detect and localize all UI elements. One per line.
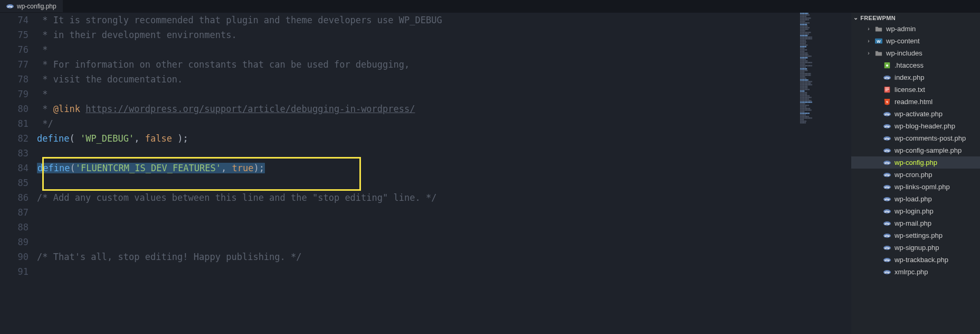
code-line[interactable]: 91 bbox=[0, 264, 798, 279]
code-content[interactable]: define( 'WP_DEBUG', false ); bbox=[37, 131, 798, 146]
code-content[interactable] bbox=[37, 175, 798, 190]
chevron-down-icon: ⌄ bbox=[853, 14, 858, 21]
file-explorer: ⌄ FREEWPMN ›wp-admin›wp-content›wp-inclu… bbox=[851, 13, 980, 334]
code-line[interactable]: 77 * For information on other constants … bbox=[0, 57, 798, 72]
file--htaccess[interactable]: .htaccess bbox=[851, 59, 980, 71]
code-content[interactable]: * It is strongly recommended that plugin… bbox=[37, 13, 798, 27]
code-content[interactable]: * For information on other constants tha… bbox=[37, 57, 798, 72]
code-content[interactable]: /* Add any custom values between this li… bbox=[37, 190, 798, 205]
php-icon bbox=[883, 74, 891, 81]
file-wp-settings-php[interactable]: wp-settings.php bbox=[851, 229, 980, 242]
php-icon bbox=[883, 244, 891, 252]
code-line[interactable]: 82define( 'WP_DEBUG', false ); bbox=[0, 131, 798, 146]
file-label: index.php bbox=[895, 73, 924, 81]
line-number: 89 bbox=[0, 235, 37, 249]
php-icon bbox=[883, 159, 891, 166]
php-icon bbox=[883, 256, 891, 264]
file-wp-links-opml-php[interactable]: wp-links-opml.php bbox=[851, 181, 980, 193]
file-wp-blog-header-php[interactable]: wp-blog-header.php bbox=[851, 120, 980, 132]
code-content[interactable]: */ bbox=[37, 116, 798, 131]
php-icon bbox=[883, 110, 891, 118]
code-content[interactable] bbox=[37, 205, 798, 220]
code-content[interactable] bbox=[37, 146, 798, 161]
wp-icon bbox=[874, 38, 883, 45]
file-wp-config-sample-php[interactable]: wp-config-sample.php bbox=[851, 144, 980, 156]
folder-wp-content[interactable]: ›wp-content bbox=[851, 35, 980, 47]
code-line[interactable]: 79 * bbox=[0, 87, 798, 101]
file-label: wp-config-sample.php bbox=[895, 146, 962, 154]
file-index-php[interactable]: index.php bbox=[851, 71, 980, 84]
line-number: 74 bbox=[0, 13, 37, 27]
line-number: 76 bbox=[0, 42, 37, 57]
php-icon bbox=[883, 268, 891, 276]
file-wp-mail-php[interactable]: wp-mail.php bbox=[851, 217, 980, 229]
project-header[interactable]: ⌄ FREEWPMN bbox=[851, 13, 980, 23]
code-line[interactable]: 90/* That's all, stop editing! Happy pub… bbox=[0, 249, 798, 264]
file-label: wp-login.php bbox=[895, 207, 934, 215]
folder-wp-admin[interactable]: ›wp-admin bbox=[851, 23, 980, 35]
code-line[interactable]: 83 bbox=[0, 146, 798, 161]
code-content[interactable] bbox=[37, 264, 798, 279]
code-content[interactable] bbox=[37, 235, 798, 249]
code-line[interactable]: 81 */ bbox=[0, 116, 798, 131]
chevron-right-icon: › bbox=[866, 50, 871, 56]
file-label: license.txt bbox=[895, 86, 925, 94]
code-line[interactable]: 75 * in their development environments. bbox=[0, 27, 798, 42]
code-line[interactable]: 74 * It is strongly recommended that plu… bbox=[0, 13, 798, 27]
code-content[interactable]: /* That's all, stop editing! Happy publi… bbox=[37, 249, 798, 264]
code-line[interactable]: 87 bbox=[0, 205, 798, 220]
line-number: 88 bbox=[0, 220, 37, 235]
file-label: wp-signup.php bbox=[895, 244, 939, 252]
line-number: 84 bbox=[0, 161, 37, 175]
minimap[interactable]: ████████████████████████████████████████… bbox=[798, 13, 851, 334]
code-line[interactable]: 86/* Add any custom values between this … bbox=[0, 190, 798, 205]
file-wp-activate-php[interactable]: wp-activate.php bbox=[851, 108, 980, 120]
file-label: wp-admin bbox=[886, 25, 916, 33]
code-editor[interactable]: 74 * It is strongly recommended that plu… bbox=[0, 13, 798, 334]
file-label: .htaccess bbox=[895, 61, 924, 69]
php-icon bbox=[883, 220, 891, 227]
code-content[interactable]: * bbox=[37, 87, 798, 101]
php-icon bbox=[6, 3, 14, 10]
file-wp-load-php[interactable]: wp-load.php bbox=[851, 193, 980, 205]
folder-wp-includes[interactable]: ›wp-includes bbox=[851, 47, 980, 59]
code-line[interactable]: 76 * bbox=[0, 42, 798, 57]
tab-wp-config[interactable]: wp-config.php bbox=[0, 0, 63, 12]
file-wp-config-php[interactable]: wp-config.php bbox=[851, 156, 980, 169]
file-wp-trackback-php[interactable]: wp-trackback.php bbox=[851, 254, 980, 266]
code-line[interactable]: 80 * @link https://wordpress.org/support… bbox=[0, 101, 798, 116]
file-label: wp-includes bbox=[886, 49, 922, 57]
file-wp-signup-php[interactable]: wp-signup.php bbox=[851, 242, 980, 254]
code-content[interactable]: * @link https://wordpress.org/support/ar… bbox=[37, 101, 798, 116]
file-label: wp-activate.php bbox=[895, 110, 943, 118]
file-readme-html[interactable]: readme.html bbox=[851, 96, 980, 108]
line-number: 78 bbox=[0, 72, 37, 87]
line-number: 91 bbox=[0, 264, 37, 279]
code-line[interactable]: 84define('FLUENTCRM_IS_DEV_FEATURES', tr… bbox=[0, 161, 798, 175]
code-content[interactable]: * bbox=[37, 42, 798, 57]
file-wp-comments-post-php[interactable]: wp-comments-post.php bbox=[851, 132, 980, 144]
code-line[interactable]: 85 bbox=[0, 175, 798, 190]
editor-wrap: 74 * It is strongly recommended that plu… bbox=[0, 13, 851, 334]
code-line[interactable]: 88 bbox=[0, 220, 798, 235]
file-label: wp-content bbox=[886, 37, 920, 45]
file-wp-login-php[interactable]: wp-login.php bbox=[851, 205, 980, 217]
php-icon bbox=[883, 183, 891, 191]
file-wp-cron-php[interactable]: wp-cron.php bbox=[851, 169, 980, 181]
code-content[interactable]: define('FLUENTCRM_IS_DEV_FEATURES', true… bbox=[37, 161, 798, 175]
line-number: 77 bbox=[0, 57, 37, 72]
file-label: wp-cron.php bbox=[895, 171, 933, 179]
file-label: wp-load.php bbox=[895, 195, 932, 203]
code-content[interactable]: * in their development environments. bbox=[37, 27, 798, 42]
file-xmlrpc-php[interactable]: xmlrpc.php bbox=[851, 266, 980, 278]
line-number: 83 bbox=[0, 146, 37, 161]
code-line[interactable]: 89 bbox=[0, 235, 798, 249]
html-icon bbox=[883, 98, 891, 106]
file-label: wp-blog-header.php bbox=[895, 122, 955, 130]
code-content[interactable] bbox=[37, 220, 798, 235]
code-line[interactable]: 78 * visit the documentation. bbox=[0, 72, 798, 87]
file-license-txt[interactable]: license.txt bbox=[851, 84, 980, 96]
code-content[interactable]: * visit the documentation. bbox=[37, 72, 798, 87]
line-number: 75 bbox=[0, 27, 37, 42]
file-label: wp-config.php bbox=[895, 159, 937, 166]
